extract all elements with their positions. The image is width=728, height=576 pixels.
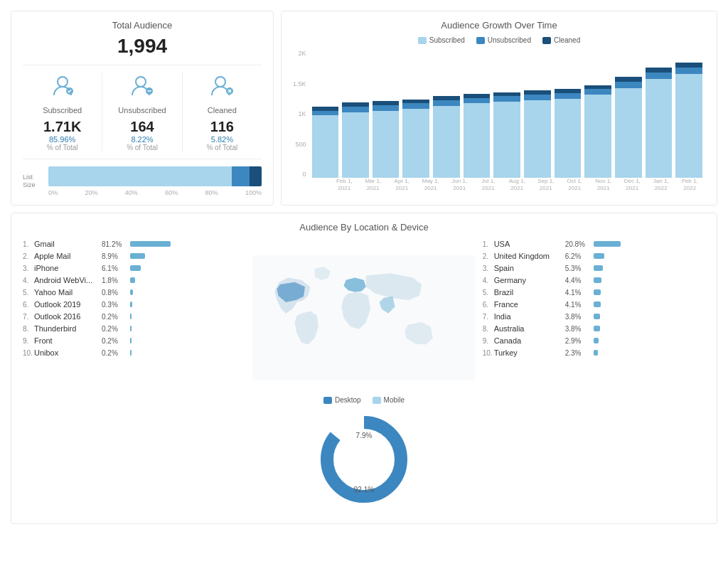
country-name: Turkey (494, 348, 565, 357)
client-name: Unibox (34, 348, 102, 357)
subscribed-value: 1.71K (23, 119, 102, 135)
svg-point-0 (58, 77, 68, 87)
desktop-legend-label: Desktop (335, 396, 361, 404)
growth-bar-item (524, 50, 551, 178)
growth-bar-item (646, 50, 673, 178)
country-rank: 8. (483, 325, 494, 333)
world-map-svg (252, 240, 475, 396)
unsubscribed-value: 164 (102, 119, 181, 135)
cleaned-value: 116 (183, 119, 262, 135)
client-rank: 5. (23, 289, 34, 297)
x-label: Sep 1,2021 (533, 178, 559, 191)
middle-section: Desktop Mobile (252, 240, 475, 515)
bar-subscribed (615, 88, 642, 178)
bar-subscribed (584, 95, 611, 178)
total-audience-panel: Total Audience 1,994 Subscribed 1.71K 85… (11, 11, 274, 206)
client-row: 9. Front 0.2% (23, 336, 245, 345)
bar-label: List Size (23, 174, 43, 189)
chart-body: 2K 1.5K 1K 500 0 (293, 50, 705, 191)
client-name: Front (34, 336, 102, 345)
subscribed-label: Subscribed (23, 106, 102, 114)
country-row: 2. United Kingdom 6.2% (483, 252, 705, 260)
country-rank: 2. (483, 252, 494, 260)
country-row: 9. Canada 2.9% (483, 336, 705, 345)
bar-cleaned (615, 77, 642, 82)
desktop-legend: Desktop (323, 396, 361, 404)
client-row: 5. Yahoo Mail 0.8% (23, 288, 245, 297)
growth-bar-item (402, 50, 429, 178)
total-audience-title: Total Audience (23, 20, 262, 31)
world-map (252, 240, 475, 396)
country-bar (594, 350, 598, 356)
cleaned-percent: 5.82% (183, 135, 262, 144)
growth-chart-legend: Subscribed Unsubscribed Cleaned (293, 36, 705, 44)
desktop-legend-dot (323, 397, 332, 404)
bar-subscribed (312, 115, 339, 178)
subscribed-bar-segment (48, 166, 232, 186)
bar-axis: 0% 20% 40% 60% 80% 100% (48, 189, 262, 196)
bar-subscribed (493, 102, 520, 178)
x-label: Feb 1,2021 (332, 178, 358, 191)
growth-bar-item (493, 50, 520, 178)
client-rank: 9. (23, 337, 34, 345)
client-name: Outlook 2019 (34, 300, 102, 309)
client-name: Android WebVi... (34, 276, 102, 284)
x-label: Jun 1,2021 (447, 178, 473, 191)
country-name: France (494, 300, 565, 309)
bar-unsubscribed (555, 93, 582, 99)
subscribed-icon (23, 73, 102, 103)
x-axis: Feb 1,2021Mar 1,2021Apr 1,2021May 1,2021… (329, 178, 705, 191)
country-rank: 4. (483, 277, 494, 284)
cleaned-bar-segment (250, 166, 262, 186)
subscribed-stat: Subscribed 1.71K 85.96% % of Total (23, 73, 102, 151)
svg-point-4 (215, 77, 225, 87)
unsubscribed-percent: 8.22% (102, 135, 181, 144)
country-row: 6. France 4.1% (483, 300, 705, 309)
country-pct: 4.1% (565, 301, 594, 309)
growth-bar-item (312, 50, 339, 178)
x-label: Jan 1,2022 (648, 178, 674, 191)
country-name: United Kingdom (494, 252, 565, 260)
legend-label-unsubscribed: Unsubscribed (488, 36, 531, 44)
mobile-pct-label: 7.9% (356, 432, 373, 439)
legend-subscribed: Subscribed (418, 36, 465, 44)
client-row: 4. Android WebVi... 1.8% (23, 276, 245, 284)
country-row: 1. USA 20.8% (483, 240, 705, 248)
country-name: Spain (494, 264, 565, 272)
growth-bar-item (615, 50, 642, 178)
client-name: Outlook 2016 (34, 312, 102, 321)
bar-subscribed (402, 109, 429, 178)
x-label: Jul 1,2021 (476, 178, 501, 191)
client-name: Yahoo Mail (34, 288, 102, 297)
country-pct: 2.9% (565, 337, 594, 345)
growth-bar-item (555, 50, 582, 178)
client-pct: 0.2% (102, 349, 130, 357)
country-pct: 4.1% (565, 289, 594, 297)
location-device-panel: Audience By Location & Device 1. Gmail 8… (11, 213, 717, 524)
bar-unsubscribed (402, 103, 429, 109)
client-rank: 4. (23, 277, 34, 284)
country-pct: 2.3% (565, 349, 594, 357)
mobile-legend: Mobile (373, 396, 405, 404)
country-rank: 9. (483, 337, 494, 345)
donut-legend: Desktop Mobile (323, 396, 405, 404)
bar-unsubscribed (373, 105, 400, 111)
unsubscribed-bar-segment (232, 166, 250, 186)
client-bar (130, 253, 145, 259)
country-bar (594, 326, 601, 331)
bar-unsubscribed (342, 107, 369, 112)
country-pct: 20.8% (565, 240, 594, 248)
client-bar (130, 302, 132, 307)
client-name: Gmail (34, 240, 102, 248)
client-rank: 10. (23, 349, 34, 357)
bar-unsubscribed (584, 89, 611, 95)
cleaned-label: Cleaned (183, 106, 262, 114)
client-bar (130, 289, 133, 295)
client-pct: 8.9% (102, 252, 130, 260)
bar-subscribed (373, 111, 400, 178)
bar-unsubscribed (615, 82, 642, 88)
country-name: Brazil (494, 288, 565, 297)
bar-unsubscribed (646, 73, 673, 79)
bar-subscribed (464, 103, 491, 178)
country-bar (594, 253, 604, 259)
